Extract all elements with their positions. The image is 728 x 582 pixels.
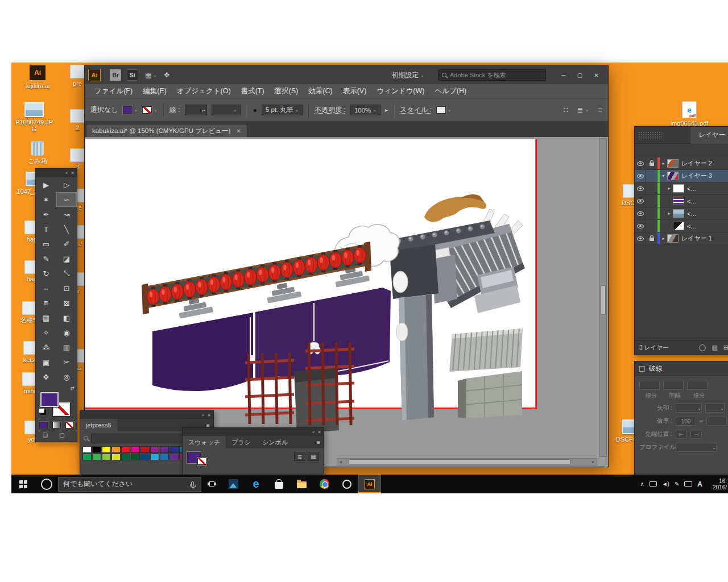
- color-swatch[interactable]: [121, 454, 130, 460]
- color-swatch[interactable]: [102, 454, 111, 460]
- close-icon[interactable]: ✕: [207, 413, 211, 418]
- grid-view-icon[interactable]: ▦: [308, 452, 319, 461]
- align-options-icon[interactable]: ≣⌄: [577, 106, 589, 114]
- visibility-toggle[interactable]: [635, 220, 646, 232]
- grid-options-icon[interactable]: ∷: [564, 106, 568, 114]
- mesh-tool[interactable]: ▦: [36, 310, 56, 325]
- new-layer-icon[interactable]: ⊞: [723, 344, 728, 351]
- lock-toggle[interactable]: [646, 195, 657, 207]
- default-colors-icon[interactable]: [39, 408, 44, 413]
- brush-dropdown[interactable]: 5 pt. 丸筆⌄: [262, 105, 303, 115]
- color-swatch[interactable]: [82, 454, 92, 460]
- opacity-label[interactable]: 不透明度 :: [315, 105, 346, 115]
- ime-mode-indicator[interactable]: A: [697, 480, 702, 488]
- rotate-tool[interactable]: ↻: [36, 266, 56, 281]
- vertical-scrollbar-thumb[interactable]: [601, 285, 606, 315]
- menu-item[interactable]: 書式(T): [236, 86, 270, 96]
- touch-workspace-icon[interactable]: ✥: [164, 71, 169, 79]
- expand-toggle[interactable]: ▸: [665, 211, 673, 216]
- tab-シンボル[interactable]: シンボル: [257, 436, 293, 448]
- tab-close-icon[interactable]: ✕: [236, 128, 241, 134]
- magic-wand-tool[interactable]: ✶: [36, 192, 56, 207]
- horizontal-scrollbar-thumb[interactable]: [349, 459, 570, 464]
- menu-item[interactable]: ファイル(F): [89, 86, 138, 96]
- clock[interactable]: 16: 2016/: [708, 478, 727, 490]
- menu-item[interactable]: ヘルプ(H): [429, 86, 471, 96]
- color-swatch[interactable]: [92, 446, 101, 453]
- hidden-icons-chevron[interactable]: ∧: [640, 481, 644, 487]
- paintbrush-tool[interactable]: ✐: [56, 236, 77, 251]
- lock-toggle[interactable]: [646, 232, 657, 244]
- layer-name[interactable]: <...: [684, 185, 696, 192]
- network-icon[interactable]: [650, 481, 657, 487]
- stock-icon[interactable]: St: [127, 69, 138, 81]
- none-mode-icon[interactable]: [65, 422, 74, 429]
- help-ring-icon[interactable]: [336, 475, 358, 493]
- menu-item[interactable]: ウィンドウ(W): [371, 86, 429, 96]
- workspace-switcher[interactable]: 初期設定 ⌄: [391, 70, 424, 80]
- expand-toggle[interactable]: ▸: [665, 186, 673, 191]
- layer-thumbnail[interactable]: [667, 159, 679, 168]
- curvature-tool[interactable]: ↝: [56, 207, 77, 222]
- tab-layers[interactable]: レイヤー: [690, 127, 728, 144]
- layer-row[interactable]: <...: [635, 220, 728, 232]
- color-swatch[interactable]: [169, 454, 179, 460]
- layer-thumbnail[interactable]: [673, 197, 684, 205]
- color-mode-icon[interactable]: [39, 422, 48, 429]
- direct-selection-tool[interactable]: ▷: [56, 177, 77, 192]
- layer-row[interactable]: <...: [635, 195, 728, 207]
- stepper-arrows-icon[interactable]: ▴▾: [200, 109, 206, 112]
- perspective-grid-tool[interactable]: ⊠: [56, 296, 77, 310]
- visibility-toggle[interactable]: [635, 195, 646, 207]
- maximize-button[interactable]: ▢: [572, 69, 588, 81]
- symbol-sprayer-tool[interactable]: ⁂: [36, 340, 56, 355]
- pen-icon[interactable]: ✎: [675, 481, 679, 487]
- panel-header[interactable]: « ✕: [183, 428, 324, 436]
- tab-スウォッチ[interactable]: スウォッチ: [183, 436, 226, 448]
- pen-tool[interactable]: ✒: [36, 207, 56, 222]
- color-swatch[interactable]: [169, 446, 179, 453]
- menu-item[interactable]: 編集(E): [138, 86, 172, 96]
- touch-keyboard-icon[interactable]: [684, 481, 692, 487]
- color-swatch[interactable]: [150, 454, 159, 460]
- task-view-button[interactable]: [201, 481, 222, 487]
- hand-tool[interactable]: ✥: [36, 369, 56, 384]
- panel-menu-icon[interactable]: ≡: [313, 436, 324, 448]
- visibility-toggle[interactable]: [635, 170, 646, 182]
- visibility-toggle[interactable]: [635, 207, 646, 219]
- layer-thumbnail[interactable]: [673, 184, 684, 193]
- start-button[interactable]: [11, 475, 35, 493]
- scroll-right-icon[interactable]: ▸: [590, 459, 597, 465]
- dashed-line-checkbox[interactable]: [639, 366, 645, 372]
- color-swatch[interactable]: [121, 446, 130, 453]
- layer-name[interactable]: レイヤー 1: [679, 234, 712, 243]
- rectangle-tool[interactable]: ▭: [36, 236, 56, 251]
- lock-toggle[interactable]: [646, 170, 657, 182]
- panel-menu-icon[interactable]: ≡: [598, 106, 602, 114]
- locate-object-icon[interactable]: ◯: [699, 344, 706, 351]
- photos-app-icon[interactable]: [222, 475, 245, 493]
- list-view-icon[interactable]: ≣: [294, 452, 305, 461]
- lock-toggle[interactable]: [646, 207, 657, 219]
- visibility-toggle[interactable]: [635, 232, 646, 244]
- bridge-icon[interactable]: Br: [110, 69, 121, 81]
- close-button[interactable]: ✕: [588, 69, 605, 81]
- panel-header[interactable]: 破線: [635, 361, 728, 376]
- line-segment-tool[interactable]: ╲: [56, 222, 77, 236]
- visibility-toggle[interactable]: [635, 182, 646, 194]
- visibility-toggle[interactable]: [635, 157, 646, 169]
- slice-tool[interactable]: ✂: [56, 355, 77, 369]
- lock-toggle[interactable]: [646, 182, 657, 194]
- titlebar[interactable]: Ai Br St ▦⌄ ✥ 初期設定 ⌄ Adobe Stock を検索 ─ ▢…: [85, 66, 608, 84]
- swap-colors-icon[interactable]: ⇄: [70, 385, 75, 391]
- new-sublayer-icon[interactable]: ▥: [712, 344, 717, 351]
- selection-tool[interactable]: ▶: [36, 177, 56, 192]
- stroke-weight-stepper[interactable]: ▴▾: [185, 105, 207, 115]
- edge-icon[interactable]: e: [245, 475, 267, 493]
- minimize-button[interactable]: ─: [555, 69, 572, 81]
- layer-row[interactable]: ▸<...: [635, 207, 728, 220]
- color-swatch[interactable]: [131, 454, 140, 460]
- tab-jetpress5[interactable]: jetpress5: [80, 419, 117, 431]
- more-options-icon[interactable]: ▸: [385, 107, 388, 113]
- artboard-tool[interactable]: ▣: [36, 355, 56, 369]
